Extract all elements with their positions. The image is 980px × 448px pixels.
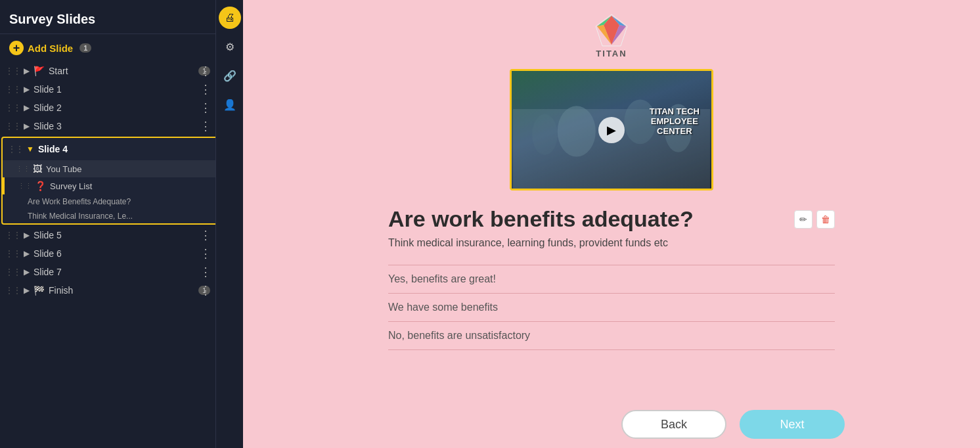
drag-handle-icon: ⋮⋮ bbox=[5, 267, 21, 277]
slide5-more-button[interactable]: ⋮ bbox=[200, 228, 212, 242]
slide7-more-button[interactable]: ⋮ bbox=[200, 265, 212, 279]
drag-handle-icon: ⋮⋮ bbox=[5, 231, 21, 240]
finish-label: Finish bbox=[49, 285, 196, 296]
drag-handle-icon: ⋮⋮ bbox=[5, 103, 21, 112]
sidebar: Survey Slides + Add Slide 1 ⋮⋮ ▶ 🚩 Start… bbox=[0, 0, 243, 448]
slide3-label: Slide 3 bbox=[33, 121, 210, 131]
chevron-right-icon: ▶ bbox=[24, 103, 30, 112]
drag-handle-icon: ⋮⋮ bbox=[8, 145, 24, 154]
answer-text-2: No, benefits are unsatisfactory bbox=[388, 330, 530, 341]
question-title-row: Are work benefits adequate? ✏ 🗑 bbox=[388, 206, 835, 232]
slide2-label: Slide 2 bbox=[33, 102, 210, 113]
question-actions: ✏ 🗑 bbox=[794, 206, 835, 229]
link-button[interactable]: 🔗 bbox=[219, 64, 241, 87]
sub-item-survey-list[interactable]: ⋮⋮ ❓ Survey List 🗑 bbox=[3, 177, 238, 194]
finish-more-button[interactable]: ⋮ bbox=[200, 283, 212, 298]
flag-icon: 🚩 bbox=[33, 66, 45, 76]
sidebar-title: Survey Slides bbox=[0, 0, 243, 34]
answer-text-1: We have some benefits bbox=[388, 302, 498, 313]
slide4-header[interactable]: ⋮⋮ ▼ Slide 4 ⋮ bbox=[3, 138, 238, 160]
drag-handle-icon: ⋮⋮ bbox=[5, 249, 21, 258]
sidebar-item-slide1[interactable]: ⋮⋮ ▶ Slide 1 ⋮ bbox=[0, 80, 243, 99]
question-title: Are work benefits adequate? bbox=[388, 206, 794, 232]
slide-list: ⋮⋮ ▶ 🚩 Start 1 ⋮ ⋮⋮ ▶ Slide 1 ⋮ ⋮⋮ ▶ Sli… bbox=[0, 62, 243, 448]
chevron-right-icon: ▶ bbox=[24, 85, 30, 94]
chevron-right-icon: ▶ bbox=[24, 231, 30, 240]
slide1-more-button[interactable]: ⋮ bbox=[200, 82, 212, 97]
flag-checkered-icon: 🏁 bbox=[33, 285, 45, 296]
survey-list-label: Survey List bbox=[50, 181, 223, 191]
video-label: TITAN TECHEMPLOYEECENTER bbox=[650, 106, 700, 136]
video-container[interactable]: ▶ TITAN TECHEMPLOYEECENTER bbox=[510, 69, 713, 190]
drag-handle-icon: ⋮⋮ bbox=[18, 182, 32, 190]
edit-question-button[interactable]: ✏ bbox=[794, 210, 813, 229]
slide6-more-button[interactable]: ⋮ bbox=[200, 246, 212, 261]
sidebar-item-slide6[interactable]: ⋮⋮ ▶ Slide 6 ⋮ bbox=[0, 244, 243, 263]
nested-text-item-1[interactable]: Think Medical Insurance, Le... bbox=[3, 209, 238, 223]
nested-text-item-0[interactable]: Are Work Benefits Adequate? bbox=[3, 194, 238, 209]
image-icon: 🖼 bbox=[33, 164, 42, 174]
sidebar-item-start[interactable]: ⋮⋮ ▶ 🚩 Start 1 ⋮ bbox=[0, 62, 243, 80]
youtube-label: You Tube bbox=[46, 164, 223, 174]
nested-text-0: Are Work Benefits Adequate? bbox=[28, 197, 131, 206]
chevron-right-icon: ▶ bbox=[24, 249, 30, 258]
slide2-more-button[interactable]: ⋮ bbox=[200, 101, 212, 115]
next-button[interactable]: Next bbox=[740, 410, 845, 439]
answer-option-0[interactable]: Yes, benefits are great! bbox=[388, 265, 835, 294]
slide4-label: Slide 4 bbox=[38, 144, 221, 154]
answer-option-1[interactable]: We have some benefits bbox=[388, 294, 835, 322]
slide7-label: Slide 7 bbox=[33, 267, 210, 277]
drag-handle-icon: ⋮⋮ bbox=[16, 165, 30, 173]
titan-logo-diamond bbox=[594, 13, 629, 47]
sidebar-toolbar: 🖨 ⚙ 🔗 👤 bbox=[215, 0, 243, 448]
chevron-right-icon: ▶ bbox=[24, 66, 30, 76]
video-overlay: ▶ TITAN TECHEMPLOYEECENTER bbox=[512, 71, 711, 189]
bottom-nav: Back Next bbox=[486, 401, 980, 448]
drag-handle-icon: ⋮⋮ bbox=[5, 66, 21, 76]
chevron-right-icon: ▶ bbox=[24, 286, 30, 295]
slide3-more-button[interactable]: ⋮ bbox=[200, 119, 212, 133]
person-button[interactable]: 👤 bbox=[219, 93, 241, 116]
main-content: TITAN ▶ TITAN TECHEMPLOYEECENTER Are wor… bbox=[243, 0, 980, 448]
sidebar-item-slide5[interactable]: ⋮⋮ ▶ Slide 5 ⋮ bbox=[0, 226, 243, 244]
sidebar-item-finish[interactable]: ⋮⋮ ▶ 🏁 Finish 1 ⋮ bbox=[0, 281, 243, 300]
drag-handle-icon: ⋮⋮ bbox=[5, 85, 21, 94]
plus-circle-icon: + bbox=[9, 41, 24, 55]
question-subtitle: Think medical insurance, learning funds,… bbox=[388, 237, 835, 249]
add-slide-row: + Add Slide 1 bbox=[0, 34, 243, 62]
sidebar-item-slide2[interactable]: ⋮⋮ ▶ Slide 2 ⋮ bbox=[0, 99, 243, 117]
slide1-label: Slide 1 bbox=[33, 84, 210, 95]
delete-question-button[interactable]: 🗑 bbox=[816, 210, 835, 229]
sidebar-item-slide4: ⋮⋮ ▼ Slide 4 ⋮ ⋮⋮ 🖼 You Tube 🗑 ⋮⋮ ❓ Surv… bbox=[1, 137, 239, 225]
sub-item-youtube[interactable]: ⋮⋮ 🖼 You Tube 🗑 bbox=[3, 160, 238, 177]
nested-text-1: Think Medical Insurance, Le... bbox=[28, 212, 133, 221]
slide5-label: Slide 5 bbox=[33, 230, 210, 240]
start-more-button[interactable]: ⋮ bbox=[200, 64, 212, 78]
sidebar-item-slide3[interactable]: ⋮⋮ ▶ Slide 3 ⋮ bbox=[0, 117, 243, 135]
add-slide-button[interactable]: + Add Slide 1 bbox=[9, 41, 91, 55]
chevron-right-icon: ▶ bbox=[24, 267, 30, 277]
titan-logo-text: TITAN bbox=[596, 49, 627, 58]
back-button[interactable]: Back bbox=[621, 410, 726, 439]
answer-text-0: Yes, benefits are great! bbox=[388, 273, 496, 284]
sidebar-item-slide7[interactable]: ⋮⋮ ▶ Slide 7 ⋮ bbox=[0, 263, 243, 281]
drag-handle-icon: ⋮⋮ bbox=[5, 286, 21, 295]
titan-logo: TITAN bbox=[594, 13, 629, 58]
slide6-label: Slide 6 bbox=[33, 248, 210, 259]
question-icon: ❓ bbox=[35, 181, 46, 191]
print-button[interactable]: 🖨 bbox=[219, 7, 241, 29]
drag-handle-icon: ⋮⋮ bbox=[5, 122, 21, 131]
answer-option-2[interactable]: No, benefits are unsatisfactory bbox=[388, 322, 835, 350]
start-label: Start bbox=[49, 66, 196, 76]
question-section: Are work benefits adequate? ✏ 🗑 Think me… bbox=[388, 206, 835, 350]
play-button[interactable]: ▶ bbox=[598, 117, 625, 143]
chevron-down-icon: ▼ bbox=[26, 145, 34, 154]
settings-button[interactable]: ⚙ bbox=[219, 35, 241, 58]
add-slide-badge: 1 bbox=[79, 43, 91, 53]
chevron-right-icon: ▶ bbox=[24, 122, 30, 131]
add-slide-label: Add Slide bbox=[28, 43, 73, 54]
answer-options: Yes, benefits are great! We have some be… bbox=[388, 265, 835, 350]
